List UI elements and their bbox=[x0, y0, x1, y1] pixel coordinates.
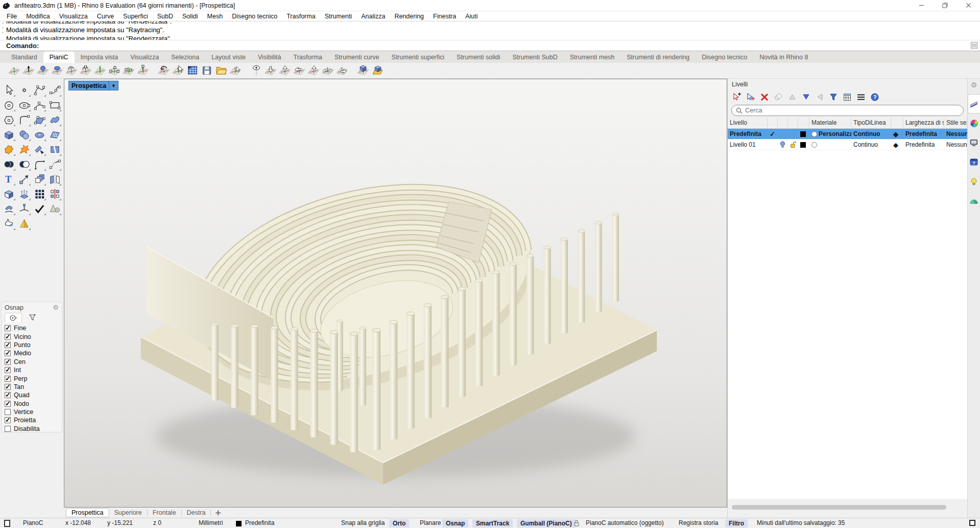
curve-through-points-icon[interactable] bbox=[47, 83, 62, 98]
osnap-vicino[interactable]: Vicino bbox=[5, 332, 62, 340]
tab-strumenti-rendering[interactable]: Strumenti di rendering bbox=[620, 52, 696, 63]
box-icon[interactable] bbox=[2, 127, 16, 142]
command-popup-icon[interactable] bbox=[971, 42, 977, 49]
visibility-cell[interactable] bbox=[778, 141, 788, 148]
copy-icon[interactable] bbox=[32, 172, 47, 187]
vptab-frontale[interactable]: Frontale bbox=[148, 509, 181, 517]
print-width-cell[interactable]: Predefinita bbox=[903, 130, 944, 137]
help-panel-icon[interactable]: ? bbox=[968, 152, 980, 172]
status-record-history[interactable]: Registra storia bbox=[679, 519, 718, 526]
glove-icon[interactable] bbox=[2, 216, 16, 231]
cplane-curve-icon[interactable] bbox=[64, 64, 79, 78]
checkbox-checked-icon[interactable] bbox=[5, 417, 11, 423]
tab-layout-viste[interactable]: Layout viste bbox=[205, 52, 252, 63]
osnap-int[interactable]: Int bbox=[5, 366, 62, 374]
osnap-filter-tab-icon[interactable] bbox=[24, 313, 41, 322]
status-active-layer[interactable]: Predefinita bbox=[245, 519, 274, 526]
tab-strumenti-mesh[interactable]: Strumenti mesh bbox=[564, 52, 621, 63]
osnap-perp[interactable]: Perp bbox=[5, 374, 62, 382]
layer-color-swatch[interactable] bbox=[800, 142, 806, 148]
minimize-button[interactable] bbox=[910, 0, 933, 11]
display-panel-icon[interactable] bbox=[968, 113, 980, 133]
col-width-icon[interactable] bbox=[891, 118, 903, 128]
restore-button[interactable] bbox=[933, 0, 957, 11]
osnap-medio[interactable]: Medio bbox=[5, 349, 62, 357]
arc-icon[interactable] bbox=[32, 98, 47, 112]
tab-pianic[interactable]: PianiC bbox=[43, 52, 75, 63]
command-input[interactable] bbox=[39, 41, 980, 50]
menu-aiuti[interactable]: Aiuti bbox=[461, 12, 482, 21]
col-stile-sezione[interactable]: Stile sezi bbox=[944, 118, 967, 128]
menu-rendering[interactable]: Rendering bbox=[390, 12, 428, 21]
new-layer-icon[interactable] bbox=[732, 93, 742, 102]
control-point-curve-icon[interactable] bbox=[32, 83, 47, 98]
tab-strumenti-curve[interactable]: Strumenti curve bbox=[328, 52, 386, 63]
toggle-orto[interactable]: Orto bbox=[389, 519, 409, 527]
layer-color-swatch[interactable] bbox=[800, 131, 806, 137]
status-filter[interactable]: Filtro bbox=[725, 519, 748, 527]
cplane-save-icon[interactable] bbox=[200, 64, 214, 78]
lightbulb-on-icon[interactable] bbox=[780, 141, 785, 148]
select-icon[interactable] bbox=[2, 83, 16, 98]
tab-imposta-vista[interactable]: Imposta vista bbox=[75, 52, 125, 63]
col-livello[interactable]: Livello bbox=[728, 118, 768, 128]
tab-standard[interactable]: Standard bbox=[5, 52, 43, 63]
tab-trasforma[interactable]: Trasforma bbox=[288, 52, 329, 63]
menu-disegno-tecnico[interactable]: Disegno tecnico bbox=[227, 12, 282, 21]
checkbox-checked-icon[interactable] bbox=[5, 342, 11, 348]
cplane-object-icon[interactable] bbox=[228, 64, 243, 78]
cplane-box-icon[interactable] bbox=[356, 64, 370, 78]
layer-menu-icon[interactable] bbox=[856, 93, 866, 102]
orient-on-curve-icon[interactable] bbox=[17, 201, 32, 216]
checkbox-checked-icon[interactable] bbox=[5, 359, 11, 365]
materials-panel-icon[interactable] bbox=[968, 191, 980, 211]
distribute-icon[interactable] bbox=[47, 187, 62, 201]
osnap-proietta[interactable]: Proietta bbox=[5, 416, 62, 424]
layers-hscroll-thumb[interactable] bbox=[732, 505, 946, 510]
linetype-cell[interactable]: Continuo bbox=[851, 141, 891, 148]
toggle-smarttrack[interactable]: SmartTrack bbox=[472, 519, 513, 527]
cplane-vertical-icon[interactable] bbox=[93, 64, 107, 78]
move-layer-up-icon[interactable] bbox=[787, 93, 797, 102]
checkbox-checked-icon[interactable] bbox=[5, 384, 11, 390]
primitives-icon[interactable] bbox=[47, 201, 62, 216]
tab-strumenti-solidi[interactable]: Strumenti solidi bbox=[450, 52, 506, 63]
ellipse-icon[interactable] bbox=[17, 98, 32, 112]
cplane-right-icon[interactable] bbox=[335, 64, 349, 78]
tab-visualizza[interactable]: Visualizza bbox=[124, 52, 165, 63]
menu-finestra[interactable]: Finestra bbox=[428, 12, 461, 21]
array-icon[interactable] bbox=[32, 187, 47, 201]
rectangle-icon[interactable] bbox=[47, 98, 62, 112]
tab-strumenti-subd[interactable]: Strumenti SubD bbox=[507, 52, 564, 63]
current-layer-check-icon[interactable]: ✓ bbox=[768, 130, 778, 138]
checkbox-checked-icon[interactable] bbox=[5, 401, 11, 407]
print-width-icon[interactable]: ◆ bbox=[891, 130, 903, 138]
osnap-quad[interactable]: Quad bbox=[5, 391, 62, 399]
status-units[interactable]: Millimetri bbox=[199, 519, 223, 526]
layer-search-box[interactable] bbox=[731, 105, 964, 116]
checkbox-checked-icon[interactable] bbox=[5, 334, 11, 340]
cplane-perp-curve-icon[interactable] bbox=[79, 64, 93, 78]
point-icon[interactable] bbox=[17, 83, 32, 98]
move-layer-down-icon[interactable] bbox=[801, 93, 810, 102]
toggle-snap-griglia[interactable]: Snap alla griglia bbox=[341, 519, 385, 526]
cplane-ellipsoid-icon[interactable] bbox=[50, 64, 64, 78]
boolean-union-icon[interactable] bbox=[2, 157, 16, 172]
material-cell[interactable]: Personalizz bbox=[809, 130, 851, 137]
material-cell[interactable] bbox=[809, 142, 851, 148]
checkbox-unchecked-icon[interactable] bbox=[5, 426, 11, 432]
delete-layer-icon[interactable] bbox=[760, 93, 769, 102]
layer-row-predefinita[interactable]: Predefinita ✓ Personalizz Continuo ◆ Pre… bbox=[728, 129, 968, 140]
tab-novita-rhino8[interactable]: Novità in Rhino 8 bbox=[753, 52, 814, 63]
surface-3pt-icon[interactable] bbox=[32, 112, 47, 127]
demote-layer-icon[interactable] bbox=[815, 93, 824, 102]
circle-icon[interactable] bbox=[2, 98, 16, 112]
toggle-gumball[interactable]: Gumball (PianoC) bbox=[517, 519, 576, 527]
cplane-undo-icon[interactable] bbox=[157, 64, 171, 78]
layer-grid-icon[interactable] bbox=[843, 93, 852, 102]
layers-panel-icon[interactable] bbox=[968, 94, 980, 113]
pyramid-icon[interactable] bbox=[17, 216, 32, 231]
check-selection-icon[interactable] bbox=[32, 201, 47, 216]
explode-puzzle-icon[interactable] bbox=[2, 142, 16, 157]
menu-file[interactable]: File bbox=[2, 12, 21, 21]
